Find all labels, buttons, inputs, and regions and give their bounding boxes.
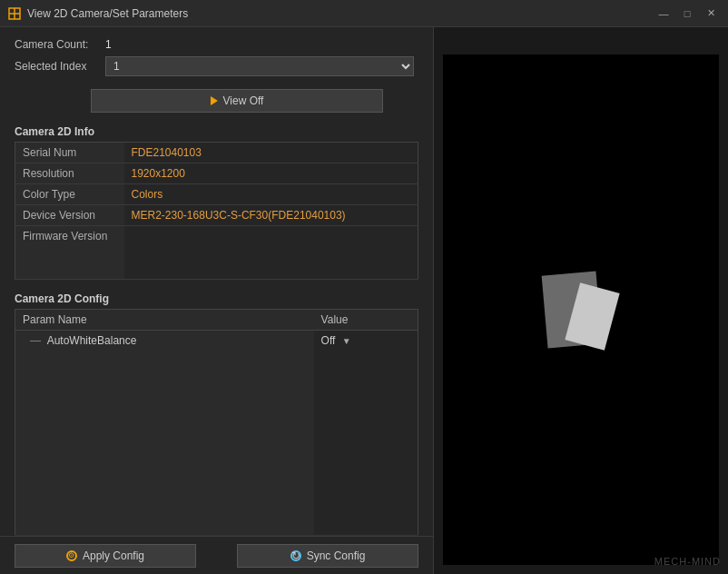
resolution-value: 1920x1200 (124, 163, 418, 184)
config-table: Param Name Value — AutoWhiteBalance Off … (15, 309, 418, 536)
view-off-button[interactable]: View Off (91, 89, 383, 113)
main-layout: Camera Count: 1 Selected Index 1 View Of… (0, 27, 728, 574)
minimize-button[interactable]: — (654, 5, 674, 23)
camera-info-title: Camera 2D Info (0, 120, 433, 142)
play-icon (211, 96, 218, 105)
window-title: View 2D Camera/Set Parameters (27, 7, 654, 20)
selected-index-row: Selected Index 1 (15, 56, 418, 76)
apply-config-button[interactable]: ⚙ Apply Config (15, 544, 196, 568)
apply-icon: ⚙ (66, 550, 77, 561)
right-panel: MECH-MIND (434, 27, 728, 574)
info-row-serial: Serial Num FDE21040103 (15, 143, 418, 163)
view-off-label: View Off (223, 94, 264, 107)
info-row-resolution: Resolution 1920x1200 (15, 163, 418, 184)
close-button[interactable]: ✕ (701, 5, 721, 23)
config-title: Camera 2D Config (15, 287, 418, 309)
firmware-label: Firmware Version (15, 226, 124, 280)
resolution-label: Resolution (15, 163, 124, 184)
sync-config-button[interactable]: ↻ Sync Config (237, 544, 418, 568)
param-value-cell[interactable]: Off ▼ (314, 331, 418, 536)
tree-dash-icon: — (30, 334, 41, 347)
info-row-firmware: Firmware Version (15, 226, 418, 280)
camera-count-row: Camera Count: 1 (15, 38, 418, 51)
value-header: Value (314, 310, 418, 331)
watermark: MECH-MIND (654, 556, 721, 567)
serial-label: Serial Num (15, 143, 124, 163)
selected-index-label: Selected Index (15, 60, 105, 73)
apply-config-label: Apply Config (83, 549, 144, 562)
colortype-label: Color Type (15, 184, 124, 205)
info-row-colortype: Color Type Colors (15, 184, 418, 205)
config-section: Camera 2D Config Param Name Value — Auto… (0, 280, 433, 536)
param-name-header: Param Name (15, 310, 314, 331)
selected-index-dropdown[interactable]: 1 (105, 56, 414, 76)
left-panel: Camera Count: 1 Selected Index 1 View Of… (0, 27, 434, 574)
info-row-device-version: Device Version MER2-230-168U3C-S-CF30(FD… (15, 205, 418, 226)
app-icon (7, 6, 22, 21)
camera-info-table: Serial Num FDE21040103 Resolution 1920x1… (15, 142, 418, 280)
device-version-label: Device Version (15, 205, 124, 226)
param-name-cell: — AutoWhiteBalance (15, 331, 314, 536)
maximize-button[interactable]: □ (677, 5, 697, 23)
config-header-row: Param Name Value (15, 310, 418, 331)
preview-shapes (526, 264, 635, 355)
camera-count-label: Camera Count: (15, 38, 105, 51)
title-bar: View 2D Camera/Set Parameters — □ ✕ (0, 0, 728, 27)
sync-config-label: Sync Config (307, 549, 366, 562)
serial-value: FDE21040103 (124, 143, 418, 163)
firmware-value (124, 226, 418, 280)
param-name-value: AutoWhiteBalance (47, 334, 137, 347)
camera-preview (443, 54, 719, 565)
device-version-value: MER2-230-168U3C-S-CF30(FDE21040103) (124, 205, 418, 226)
config-row-autowhite: — AutoWhiteBalance Off ▼ (15, 331, 418, 536)
param-value-text: Off (321, 334, 336, 347)
bottom-bar: ⚙ Apply Config ↻ Sync Config (0, 536, 433, 574)
camera-count-value: 1 (105, 38, 112, 51)
colortype-value: Colors (124, 184, 418, 205)
window-controls: — □ ✕ (654, 5, 721, 23)
camera-count-section: Camera Count: 1 Selected Index 1 (0, 27, 433, 89)
sync-icon: ↻ (290, 550, 301, 561)
firmware-val-text (132, 230, 411, 275)
value-dropdown-arrow: ▼ (342, 336, 351, 346)
